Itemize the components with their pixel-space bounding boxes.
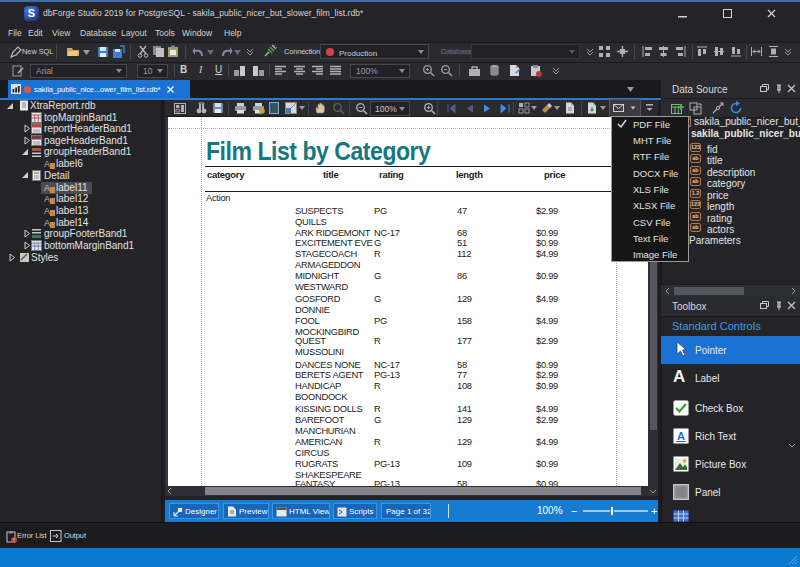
svg-text:A: A [44,218,50,228]
svg-text:A: A [44,159,50,169]
svg-text:A: A [677,430,685,442]
svg-text:A: A [44,194,50,204]
svg-text:A: A [44,206,50,216]
svg-text:A: A [44,183,50,193]
